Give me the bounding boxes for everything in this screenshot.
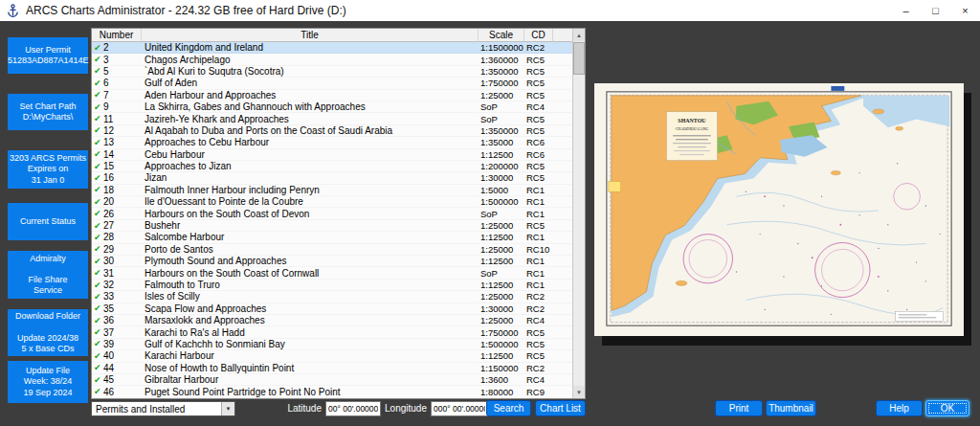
chart-cd-cell: RC6	[524, 149, 553, 160]
table-row[interactable]: ✔5`Abd Al Kuri to Suqutra (Socotra)1:350…	[92, 66, 572, 78]
table-row[interactable]: ✔31Harbours on the South Coast of Cornwa…	[92, 267, 572, 279]
sidebar-button-line: 19 Sep 2024	[8, 388, 88, 398]
installed-check-icon: ✔	[92, 102, 103, 112]
sidebar-button-arcs-permits[interactable]: 3203 ARCS PermitsExpires on31 Jan 0	[8, 150, 88, 189]
row-filler	[553, 54, 572, 64]
table-row[interactable]: ✔11Jazireh-Ye Khark and ApproachesSoPRC5	[92, 113, 572, 124]
table-row[interactable]: ✔6Gulf of Aden1:750000RC5	[92, 78, 572, 89]
column-header-cd[interactable]: CD	[524, 29, 553, 42]
sidebar-button-update-file[interactable]: Update FileWeek: 38/2419 Sep 2024	[8, 361, 88, 403]
chart-scale-cell: 1:35000	[479, 137, 524, 147]
chart-scale-cell: 1:350000	[479, 66, 524, 77]
table-row[interactable]: ✔37Karachi to Ra's al Hadd1:750000RC5	[92, 326, 572, 338]
help-button[interactable]: Help	[876, 400, 923, 416]
table-row[interactable]: ✔20Ile d'Ouessant to Pointe de la Coubre…	[92, 196, 572, 208]
table-row[interactable]: ✔30Plymouth Sound and Approaches1:12500R…	[92, 256, 572, 267]
chart-scale-cell: 1:150000	[479, 363, 524, 373]
chart-number: 30	[103, 256, 114, 266]
table-row[interactable]: ✔27Bushehr1:25000RC5	[92, 220, 572, 232]
minimize-button[interactable]: –	[891, 0, 921, 21]
table-row[interactable]: ✔32Falmouth to Truro1:12500RC1	[92, 280, 572, 291]
chart-cd-cell: RC1	[524, 232, 553, 242]
latitude-input[interactable]	[325, 401, 381, 416]
chart-table: NumberTitleScaleCD ✔2United Kingdom and …	[91, 28, 586, 399]
scroll-down-icon[interactable]: ▼	[573, 386, 585, 398]
table-row[interactable]: ✔26Harbours on the South Coast of DevonS…	[92, 208, 572, 219]
maximize-button[interactable]: □	[921, 0, 950, 21]
table-row[interactable]: ✔36Marsaxlokk and Approaches1:25000RC4	[92, 315, 572, 326]
sidebar-button-line: 31 Jan 0	[8, 175, 88, 186]
table-row[interactable]: ✔44Nose of Howth to Ballyquintin Point1:…	[92, 363, 572, 374]
scroll-up-icon[interactable]: ▲	[573, 29, 585, 41]
table-row[interactable]: ✔39Gulf of Kachchh to Sonmiani Bay1:5000…	[92, 339, 572, 350]
table-row[interactable]: ✔13Approaches to Cebu Harbour1:35000RC6	[92, 137, 572, 148]
chart-cd-cell: RC1	[524, 208, 553, 218]
chart-title-cell: Falmouth Inner Harbour including Penryn	[142, 185, 479, 195]
table-row[interactable]: ✔7Aden Harbour and Approaches1:25000RC5	[92, 90, 572, 101]
sidebar-button-line: Update 2024/38	[8, 333, 88, 344]
chart-list-button[interactable]: Chart List	[535, 400, 586, 416]
combo-dropdown-icon[interactable]: ▼	[221, 402, 234, 415]
row-filler	[553, 291, 572, 302]
table-row[interactable]: ✔46Puget Sound Point Partridge to Point …	[92, 386, 572, 397]
chart-number-cell: ✔40	[92, 350, 142, 361]
close-button[interactable]: ×	[950, 0, 980, 21]
row-filler	[553, 256, 572, 266]
table-row[interactable]: ✔33Isles of Scilly1:25000RC2	[92, 291, 572, 303]
table-row[interactable]: ✔9La Skhirra, Gabes and Ghannouch with A…	[92, 101, 572, 113]
sidebar-button-line: Expires on	[8, 164, 88, 174]
sidebar-button-user-permit[interactable]: User Permit51283AD887A1414E	[8, 37, 88, 74]
sidebar-button-line: User Permit	[8, 45, 88, 56]
thumbnail-button[interactable]: Thumbnail	[766, 400, 816, 416]
table-row[interactable]: ✔28Salcombe Harbour1:12500RC1	[92, 232, 572, 243]
longitude-input[interactable]	[431, 401, 488, 416]
table-row[interactable]: ✔45Gibraltar Harbour1:3600RC4	[92, 374, 572, 386]
chart-title-cell: Karachi Harbour	[142, 350, 479, 361]
chart-cd-cell: RC10	[524, 244, 553, 255]
filter-combobox[interactable]: Permits and Installed ▼	[91, 401, 235, 416]
print-button[interactable]: Print	[715, 400, 763, 416]
row-filler	[553, 232, 572, 242]
sidebar-button-download-folder[interactable]: Download Folder Update 2024/385 x Base C…	[8, 309, 88, 356]
table-row[interactable]: ✔15Approaches to Jizan1:200000RC5	[92, 161, 572, 172]
table-row[interactable]: ✔16Jizan1:30000RC5	[92, 172, 572, 184]
table-row[interactable]: ✔12Al Aqabah to Duba and Ports on the Co…	[92, 125, 572, 137]
chart-title-cell: Ile d'Ouessant to Pointe de la Coubre	[142, 196, 479, 207]
chart-cd-cell: RC5	[524, 66, 553, 77]
installed-check-icon: ✔	[92, 185, 103, 194]
row-filler	[553, 125, 572, 136]
sidebar-button-file-share-service[interactable]: Admiralty File ShareService	[8, 251, 88, 299]
table-row[interactable]: ✔35Scapa Flow and Approaches1:30000RC2	[92, 303, 572, 315]
chart-scale-cell: 1:750000	[479, 326, 524, 337]
chart-cd-cell: RC5	[524, 113, 553, 123]
table-row[interactable]: ✔14Cebu Harbour1:12500RC6	[92, 149, 572, 161]
sidebar-button-set-chart-path[interactable]: Set Chart PathD:\MyCharts\	[8, 94, 88, 130]
table-row[interactable]: ✔29Porto de Santos1:25000RC10	[92, 244, 572, 256]
search-button[interactable]: Search	[486, 400, 531, 416]
column-header-scale[interactable]: Scale	[479, 29, 524, 42]
table-row[interactable]: ✔18Falmouth Inner Harbour including Penr…	[92, 185, 572, 196]
chart-number-cell: ✔46	[92, 386, 142, 396]
row-filler	[553, 42, 572, 53]
installed-check-icon: ✔	[92, 387, 103, 396]
installed-check-icon: ✔	[92, 149, 103, 159]
table-row[interactable]: ✔3Chagos Archipelago1:360000RC5	[92, 54, 572, 65]
row-filler	[553, 137, 572, 147]
table-row[interactable]: ✔2United Kingdom and Ireland1:1500000RC2	[92, 42, 572, 54]
table-scrollbar[interactable]: ▲ ▼	[572, 29, 585, 398]
chart-cd-cell: RC4	[524, 374, 553, 385]
chart-scale-cell: 1:30000	[479, 303, 524, 314]
sidebar-button-current-status[interactable]: Current Status	[8, 203, 88, 240]
chart-cd-cell: RC5	[524, 161, 553, 171]
table-header: NumberTitleScaleCD	[92, 29, 572, 42]
column-header-number[interactable]: Number	[92, 29, 142, 42]
table-row[interactable]: ✔40Karachi Harbour1:12500RC5	[92, 350, 572, 362]
scroll-thumb[interactable]	[573, 42, 585, 75]
ok-button[interactable]: OK	[925, 400, 969, 416]
chart-cd-cell: RC5	[524, 125, 553, 136]
chart-title-cell: Plymouth Sound and Approaches	[142, 256, 479, 266]
chart-title-cell: Gulf of Kachchh to Sonmiani Bay	[142, 339, 479, 349]
column-header-title[interactable]: Title	[142, 29, 479, 42]
chart-number-cell: ✔37	[92, 326, 142, 337]
chart-number-cell: ✔14	[92, 149, 142, 160]
